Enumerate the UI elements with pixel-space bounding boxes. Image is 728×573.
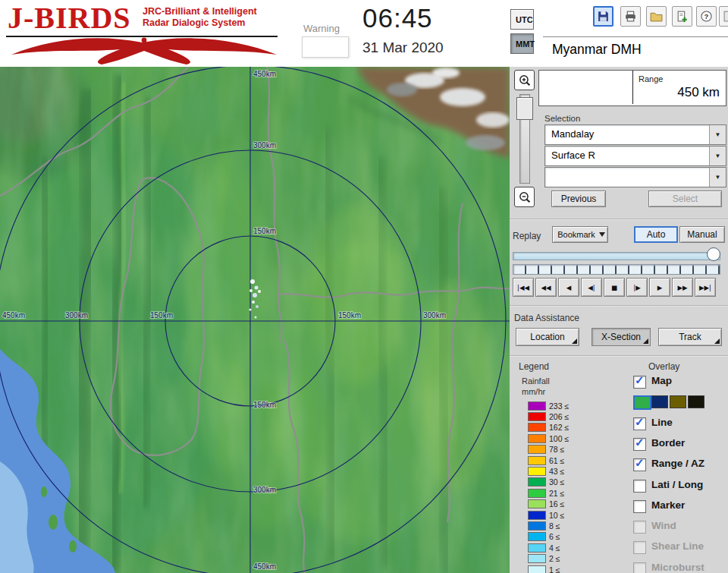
map-style-swatch-3[interactable] xyxy=(670,395,686,408)
extra-tool-button[interactable] xyxy=(719,6,728,27)
station-name: Myanmar DMH xyxy=(552,42,642,58)
bookmark-button[interactable]: Bookmark xyxy=(552,226,608,243)
legend-color-swatch xyxy=(528,554,546,563)
playback-fast-forward-button[interactable]: ▶▶ xyxy=(672,278,693,297)
chevron-down-icon[interactable]: ▼ xyxy=(709,125,726,144)
range-value: 450 km xyxy=(677,85,720,100)
tool-icon xyxy=(723,10,728,23)
overlay-checkbox-lati-long[interactable] xyxy=(633,480,646,493)
legend-color-swatch xyxy=(528,456,546,465)
legend-value: 21 ≤ xyxy=(549,489,564,498)
legend-value: 4 ≤ xyxy=(549,543,560,553)
legend-color-swatch xyxy=(528,412,546,421)
overlay-checkbox-microburst xyxy=(633,562,646,573)
mmt-button[interactable]: MMT xyxy=(510,33,534,54)
overlay-item-label: Map xyxy=(651,375,672,386)
help-button[interactable]: ? xyxy=(696,6,717,27)
selection-label: Selection xyxy=(544,114,580,123)
overlay-checkbox-map[interactable] xyxy=(633,376,646,389)
playback-step-back-button[interactable]: ◀| xyxy=(581,278,602,297)
replay-slider-thumb[interactable] xyxy=(707,247,720,261)
open-folder-button[interactable] xyxy=(646,6,667,27)
range-label: 450km xyxy=(253,562,276,571)
legend-value: 6 ≤ xyxy=(549,532,560,541)
playback-step-forward-button[interactable]: |▶ xyxy=(626,278,648,297)
overlay-item-label: Microburst xyxy=(651,562,704,573)
toolbar-divider xyxy=(543,36,728,37)
location-button[interactable]: Location xyxy=(516,328,579,346)
legend-value: 8 ≤ xyxy=(549,521,560,530)
legend-color-swatch xyxy=(528,423,546,432)
range-label: 150km xyxy=(338,311,361,320)
playback-play-button[interactable]: ▶ xyxy=(649,278,670,297)
range-label: 300km xyxy=(65,311,88,320)
separator xyxy=(510,355,728,357)
chevron-down-icon[interactable]: ▼ xyxy=(709,168,726,187)
range-readout: Range 450 km xyxy=(538,70,726,106)
range-label: 150km xyxy=(150,311,173,320)
legend-color-swatch xyxy=(528,445,546,454)
overlay-checkbox-marker[interactable] xyxy=(633,500,646,513)
playback-play-backward-button[interactable]: ◀ xyxy=(558,278,579,297)
overlay-item-label: Wind xyxy=(651,520,676,531)
x-section-button[interactable]: X-Section xyxy=(592,328,651,346)
track-button[interactable]: Track xyxy=(658,328,722,346)
zoom-in-button[interactable] xyxy=(514,70,535,90)
legend-color-swatch xyxy=(528,499,546,508)
overlay-item-label: Border xyxy=(651,437,685,449)
playback-skip-end-button[interactable]: ▶▶| xyxy=(695,278,716,297)
eagle-logo-icon xyxy=(8,33,281,65)
legend-color-swatch xyxy=(528,489,546,498)
legend-value: 100 ≤ xyxy=(549,434,569,443)
overlay-checkbox-line[interactable] xyxy=(633,417,646,430)
warning-label: Warning xyxy=(303,23,340,34)
map-style-swatch-1[interactable] xyxy=(633,395,651,410)
elevation-select[interactable]: ▼ xyxy=(544,167,726,187)
legend-value: 78 ≤ xyxy=(549,445,564,454)
manual-toggle[interactable]: Manual xyxy=(679,226,725,243)
zoom-slider-thumb[interactable] xyxy=(516,97,533,120)
utc-button[interactable]: UTC xyxy=(510,9,534,30)
overlay-checkbox-border[interactable] xyxy=(633,438,646,451)
zoom-out-button[interactable] xyxy=(514,187,535,207)
range-title: Range xyxy=(639,74,663,83)
product-select[interactable]: Surface R ▼ xyxy=(544,146,726,166)
previous-button[interactable]: Previous xyxy=(551,190,606,207)
overlay-item-label: Line xyxy=(651,417,673,428)
map-style-swatch-4[interactable] xyxy=(688,395,704,408)
range-label: 300km xyxy=(253,141,276,150)
save-button[interactable] xyxy=(593,6,613,27)
overlay-label: Overlay xyxy=(648,361,679,372)
overlay-item-label: Shear Line xyxy=(651,540,704,552)
export-button[interactable] xyxy=(672,6,692,27)
logo-subtitle-1: JRC-Brilliant & Intelligent xyxy=(143,6,257,17)
range-label: 150km xyxy=(253,227,276,235)
help-icon: ? xyxy=(700,10,713,23)
site-select[interactable]: Mandalay ▼ xyxy=(544,124,726,145)
terrain-map: 450km 300km 150km 150km 300km 450km 300k… xyxy=(0,67,510,573)
export-icon xyxy=(676,10,689,23)
product-select-value: Surface R xyxy=(545,146,726,164)
folder-icon xyxy=(650,10,663,23)
replay-slider-track[interactable] xyxy=(513,252,720,260)
logo-subtitle-2: Radar Dialogic System xyxy=(143,17,257,29)
legend-value: 10 ≤ xyxy=(549,511,564,520)
svg-text:?: ? xyxy=(704,12,709,20)
legend-value: 233 ≤ xyxy=(549,401,569,411)
overlay-checkbox-range-az[interactable] xyxy=(633,458,646,471)
legend-value: 206 ≤ xyxy=(549,412,569,421)
playback-controls: |◀◀◀◀◀◀|■|▶▶▶▶▶▶| xyxy=(513,278,722,297)
legend-color-swatch xyxy=(528,477,546,486)
auto-toggle[interactable]: Auto xyxy=(634,226,678,243)
range-label: 450km xyxy=(253,70,276,78)
playback-rewind-button[interactable]: ◀◀ xyxy=(535,278,557,297)
map-style-swatch-2[interactable] xyxy=(651,395,668,408)
playback-skip-start-button[interactable]: |◀◀ xyxy=(513,278,534,297)
print-button[interactable] xyxy=(620,6,641,27)
replay-tick-bar[interactable] xyxy=(513,264,720,275)
overlay-checkbox-shear-line xyxy=(633,541,646,554)
radar-map[interactable]: 450km 300km 150km 150km 300km 450km 300k… xyxy=(0,67,510,573)
playback-stop-button[interactable]: ■ xyxy=(604,278,625,297)
select-button[interactable]: Select xyxy=(648,190,722,207)
chevron-down-icon[interactable]: ▼ xyxy=(709,146,726,165)
